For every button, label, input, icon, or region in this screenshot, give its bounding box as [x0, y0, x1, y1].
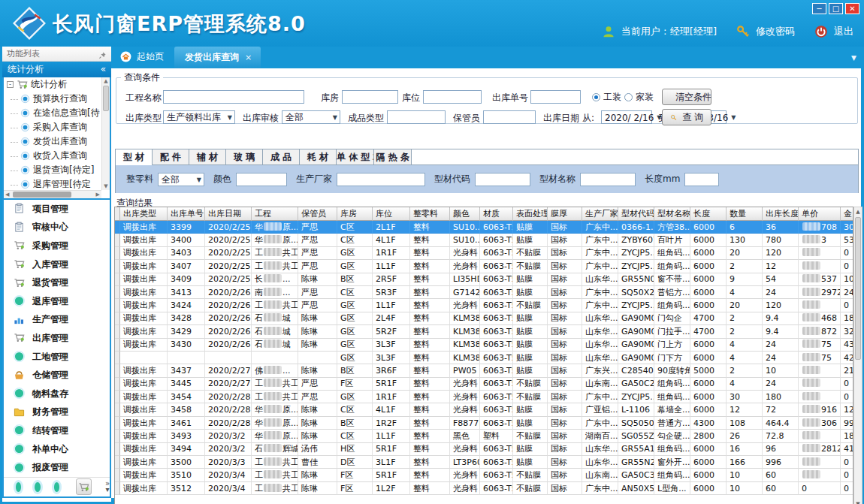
sidebar-menu-item[interactable]: 结转管理 [4, 421, 110, 440]
date-from-dropdown[interactable]: 2020/ 2/16▼ [601, 110, 652, 124]
order-no-input[interactable] [530, 90, 581, 104]
scroll-right-icon[interactable]: ▶ [96, 191, 100, 199]
column-header[interactable]: 长度 [690, 207, 727, 221]
tree-item[interactable]: 收货入库查询 [4, 149, 101, 163]
location-input[interactable] [423, 90, 482, 104]
collapse-icon[interactable]: « [101, 62, 106, 77]
material-tab[interactable]: 配 件 [153, 149, 189, 165]
table-row[interactable]: 调拨出库34942020/3/2石辉城汤伟H区5R1F整料光身料6063-T5贴… [115, 443, 853, 456]
scroll-up-icon[interactable]: ▲ [102, 77, 110, 85]
table-row[interactable]: 调拨出库34302020/2/26石城陈琳G区3L3F整料KLM38176063… [115, 339, 853, 352]
material-tab[interactable]: 成 品 [263, 149, 300, 165]
table-row[interactable]: 调拨出库34372020/2/27佛...陈琳B区3R6F整料PW056063-… [115, 364, 853, 377]
product-type-input[interactable] [387, 110, 446, 124]
length-input[interactable] [684, 173, 719, 186]
material-tab[interactable]: 玻 璃 [226, 149, 263, 165]
column-header[interactable]: 膜厚 [548, 207, 582, 221]
tree-item[interactable]: 发货出库查询 [4, 134, 101, 149]
out-type-dropdown[interactable]: 生产领料出库▼ [163, 110, 235, 124]
whole-piece-dropdown[interactable]: 全部▼ [158, 173, 204, 186]
tree-item[interactable]: 预算执行查询 [4, 92, 101, 106]
column-header[interactable]: 出库日期 [205, 207, 252, 221]
tab-close-icon[interactable]: × [245, 53, 252, 62]
tree-horizontal-scrollbar[interactable]: ◀ ▶ [4, 190, 101, 198]
column-header[interactable]: 材质 [480, 207, 513, 221]
sidebar-menu-item[interactable]: 项目管理 [4, 200, 110, 219]
pin-icon[interactable] [98, 50, 107, 58]
column-header[interactable]: 数量 [727, 207, 763, 221]
material-tab[interactable]: 单 体 型 材 [337, 149, 374, 165]
tab-home[interactable]: 起始页 [111, 50, 174, 68]
sidebar-menu-item[interactable]: 财务管理 [4, 403, 110, 422]
manufacturer-input[interactable] [337, 173, 425, 186]
column-header[interactable]: 金 [841, 207, 853, 221]
sidebar-menu-item[interactable]: 报废管理 [4, 458, 110, 477]
table-row[interactable]: 调拨出库35002020/3/3工共工程曹佳D区3L1F整料LT3P606063… [115, 456, 853, 469]
sidebar-menu-item[interactable]: 物料盘存 [4, 385, 110, 403]
sidebar-menu-item[interactable]: 入库管理 [4, 255, 110, 274]
change-password-link[interactable]: 修改密码 [756, 25, 795, 38]
tab-shipment-outbound-query[interactable]: 发货出库查询 × [174, 47, 261, 68]
module-dot-icon[interactable] [35, 482, 40, 492]
table-row[interactable]: G区3L3F整料KLM38176063-T5贴膜国标山东华...GA90M09.… [115, 352, 853, 364]
table-row[interactable]: 调拨出库34932020/3/2华原...陈琳C区1L1F整料黑色塑料不贴膜国标… [115, 430, 853, 442]
logout-link[interactable]: 退出 [834, 25, 853, 38]
module-dot-icon[interactable] [16, 482, 21, 492]
tree-item[interactable]: 退库管理[待定 [4, 177, 101, 190]
material-tab[interactable]: 隔 热 条 [374, 149, 412, 165]
column-header[interactable]: 库房 [337, 207, 373, 221]
table-row[interactable]: 调拨出库34072020/2/25工共工程严思G区1L1F整料光身料6063-T… [115, 260, 853, 273]
clear-conditions-button[interactable]: 清空条件 [662, 89, 711, 105]
material-tab[interactable]: 耗 材 [300, 149, 337, 165]
material-tab[interactable]: 辅 材 [189, 149, 226, 165]
sidebar-menu-item[interactable]: 生产管理 [4, 311, 110, 330]
column-header[interactable]: 工程 [252, 207, 298, 221]
column-header[interactable]: 整零料 [410, 207, 450, 221]
tree-collapse-icon[interactable]: - [7, 81, 14, 88]
search-button[interactable]: 查 询 [662, 109, 711, 125]
warehouse-input[interactable] [342, 90, 398, 104]
table-row[interactable]: 调拨出库34292020/2/26石城陈琳G区5R2F整料KLM38176063… [115, 325, 853, 338]
material-tab[interactable]: 型 材 [116, 149, 153, 165]
radio-jiazhuang[interactable]: 家装 [624, 91, 654, 104]
sidebar-menu-item[interactable]: 退货管理 [4, 273, 110, 292]
table-row[interactable]: 调拨出库34092020/2/25长...陈琳B区2R5F整料LI35HD606… [115, 273, 853, 286]
table-row[interactable]: 调拨出库34002020/2/25华原...严思C区4L1F整料SU10...6… [115, 234, 853, 246]
column-header[interactable]: 颜色 [450, 207, 480, 221]
scroll-thumb[interactable] [103, 86, 109, 111]
close-button[interactable]: ✕ [845, 3, 859, 14]
sidebar-menu-item[interactable]: 工地管理 [4, 348, 110, 367]
profile-name-input[interactable] [580, 173, 636, 186]
column-header[interactable]: 出库长度 [763, 207, 799, 221]
sidebar-menu-item[interactable]: 仓储管理 [4, 366, 110, 385]
scroll-thumb[interactable] [13, 192, 71, 198]
table-row[interactable]: 调拨出库35122020/3/4工共工程陈琳F区1L2F整料光身料6063-T5… [115, 482, 853, 495]
sidebar-menu-item[interactable]: 审核中心 [4, 219, 110, 237]
table-row[interactable]: 调拨出库34132020/2/26南...严思C区5R3F整料G71422606… [115, 286, 853, 299]
table-row[interactable]: 调拨出库34612020/2/28华原...陈琳B区1R2F整料F8877FT6… [115, 417, 853, 430]
column-header[interactable]: 库位 [373, 207, 410, 221]
table-row[interactable]: 调拨出库34452020/2/27工共工程严思F区5R1F整料光身料6063-T… [115, 378, 853, 391]
minimize-button[interactable]: − [812, 3, 826, 14]
statistics-section-header[interactable]: 统计分析 « [2, 62, 111, 77]
keeper-input[interactable] [483, 110, 536, 124]
tree-vertical-scrollbar[interactable]: ▲ ▼ [101, 77, 110, 190]
profile-code-input[interactable] [475, 173, 530, 186]
column-header[interactable]: 出库单号 [168, 207, 205, 221]
column-header[interactable]: 出库类型 [120, 207, 168, 221]
module-dot-icon[interactable] [54, 482, 59, 492]
scroll-up-icon[interactable]: ▲ [854, 207, 862, 216]
scroll-thumb[interactable] [855, 217, 861, 360]
overflow-chevron-icon[interactable]: »▾ [105, 481, 110, 493]
table-row[interactable]: 调拨出库34282020/2/26石城陈琳G区2L4F整料KLM38176063… [115, 312, 853, 325]
table-row[interactable]: 调拨出库34542020/2/28工共工程严思G区1R1F整料光身料6063-T… [115, 391, 853, 403]
scroll-down-icon[interactable]: ▼ [854, 499, 862, 504]
table-row[interactable]: 调拨出库35102020/3/4工共工程陈琳F区5R1F整料光身料6063-T5… [115, 469, 853, 481]
scroll-down-icon[interactable]: ▼ [102, 183, 110, 190]
column-header[interactable]: 单价 [799, 207, 841, 221]
table-row[interactable]: 调拨出库34582020/2/28华原...陈琳C区4L1F整料光身料6063-… [115, 403, 853, 416]
tree-root-statistics[interactable]: -统计分析 [4, 77, 101, 92]
column-header[interactable]: 生产厂家 [582, 207, 618, 221]
tree-item[interactable]: 采购入库查询 [4, 120, 101, 134]
column-header[interactable]: 型材代码 [618, 207, 654, 221]
